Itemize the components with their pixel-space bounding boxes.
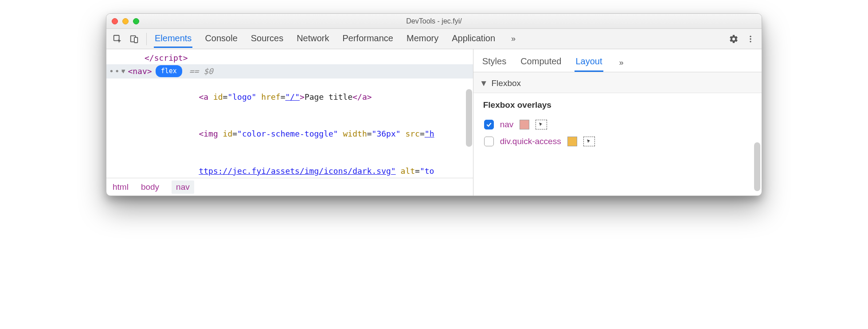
overlay-highlight-icon[interactable] bbox=[583, 137, 595, 146]
side-tab-styles[interactable]: Styles bbox=[481, 54, 507, 72]
disclosure-triangle-icon[interactable]: ▼ bbox=[480, 78, 488, 88]
dom-selected-nav[interactable]: ••• ▼ <nav> flex == $0 bbox=[106, 64, 473, 78]
flexbox-section-body: Flexbox overlays nav div.quick-access bbox=[473, 93, 762, 157]
nav-open-tag: <nav> bbox=[128, 65, 152, 78]
devtools-window: DevTools - jec.fyi/ Elements Console Sou… bbox=[106, 13, 762, 196]
svg-point-5 bbox=[750, 41, 751, 42]
breadcrumb: html body nav bbox=[106, 178, 473, 196]
svg-point-4 bbox=[750, 38, 751, 39]
overlay-swatch-quick-access[interactable] bbox=[567, 137, 577, 146]
flex-badge[interactable]: flex bbox=[156, 65, 182, 77]
overlay-row-nav: nav bbox=[483, 116, 752, 133]
device-toggle-icon[interactable] bbox=[127, 31, 142, 47]
settings-gear-icon[interactable] bbox=[726, 31, 741, 47]
titlebar: DevTools - jec.fyi/ bbox=[106, 14, 762, 29]
dom-a-line[interactable]: <a id="logo" href="/">Page title</a> bbox=[106, 78, 473, 116]
inspect-element-icon[interactable] bbox=[110, 31, 125, 47]
kebab-menu-icon[interactable] bbox=[743, 31, 758, 47]
scrollbar-thumb[interactable] bbox=[466, 89, 472, 147]
window-title: DevTools - jec.fyi/ bbox=[106, 17, 762, 25]
row-actions-icon[interactable]: ••• bbox=[109, 65, 126, 78]
tab-console[interactable]: Console bbox=[204, 30, 238, 48]
dom-script-close[interactable]: </script​> bbox=[106, 52, 473, 64]
tab-application[interactable]: Application bbox=[451, 30, 496, 48]
overlay-checkbox-quick-access[interactable] bbox=[484, 137, 494, 146]
dom-img-line-1[interactable]: <img id="color-scheme-toggle" width="36p… bbox=[106, 115, 473, 153]
tab-sources[interactable]: Sources bbox=[250, 30, 284, 48]
more-tabs-icon[interactable]: » bbox=[508, 34, 519, 43]
breadcrumb-html[interactable]: html bbox=[113, 182, 129, 192]
dom-tree[interactable]: </script​> ••• ▼ <nav> flex == $0 <a id=… bbox=[106, 49, 473, 178]
overlay-name-quick-access[interactable]: div.quick-access bbox=[500, 137, 561, 146]
flexbox-section-header[interactable]: ▼ Flexbox bbox=[473, 72, 762, 93]
sidebar-panel: Styles Computed Layout » ▼ Flexbox Flexb… bbox=[473, 49, 762, 196]
scrollbar-thumb[interactable] bbox=[754, 142, 760, 191]
overlay-swatch-nav[interactable] bbox=[520, 120, 529, 129]
main-tabs: Elements Console Sources Network Perform… bbox=[154, 30, 724, 48]
elements-panel: </script​> ••• ▼ <nav> flex == $0 <a id=… bbox=[106, 49, 473, 196]
side-tab-layout[interactable]: Layout bbox=[575, 54, 603, 72]
tab-performance[interactable]: Performance bbox=[342, 30, 395, 48]
flexbox-overlays-title: Flexbox overlays bbox=[483, 100, 752, 110]
svg-rect-2 bbox=[134, 37, 137, 43]
tab-memory[interactable]: Memory bbox=[406, 30, 439, 48]
side-tab-computed[interactable]: Computed bbox=[520, 54, 562, 72]
tab-network[interactable]: Network bbox=[296, 30, 330, 48]
overlay-checkbox-nav[interactable] bbox=[484, 120, 494, 129]
main-toolbar: Elements Console Sources Network Perform… bbox=[106, 29, 762, 49]
overlay-highlight-icon[interactable] bbox=[536, 120, 547, 129]
separator bbox=[146, 33, 147, 45]
more-side-tabs-icon[interactable]: » bbox=[616, 58, 627, 67]
overlay-name-nav[interactable]: nav bbox=[500, 120, 514, 129]
svg-point-3 bbox=[750, 35, 751, 37]
breadcrumb-body[interactable]: body bbox=[141, 182, 159, 192]
tab-elements[interactable]: Elements bbox=[154, 30, 192, 48]
overlay-row-quick-access: div.quick-access bbox=[483, 133, 752, 150]
flexbox-section-title: Flexbox bbox=[492, 78, 521, 88]
console-ref: == $0 bbox=[189, 65, 213, 78]
side-tabs: Styles Computed Layout » bbox=[473, 49, 762, 72]
dom-img-line-2[interactable]: ttps://jec.fyi/assets/img/icons/dark.svg… bbox=[106, 153, 473, 178]
breadcrumb-nav[interactable]: nav bbox=[172, 180, 194, 194]
panels-split: </script​> ••• ▼ <nav> flex == $0 <a id=… bbox=[106, 49, 762, 196]
